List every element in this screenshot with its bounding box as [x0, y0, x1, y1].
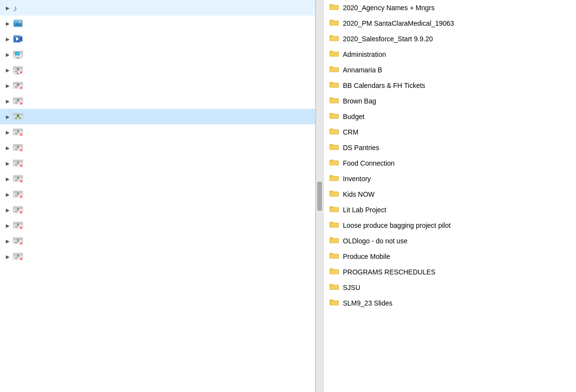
chevron-client-innovation-g: ▶	[4, 82, 12, 89]
svg-rect-11	[17, 57, 19, 58]
svg-point-121	[16, 242, 17, 243]
left-panel: ▶ ♪ ▶ ▶	[0, 0, 316, 392]
svg-marker-6	[20, 36, 22, 42]
svg-point-85	[16, 180, 17, 181]
folder-icon-ds-pantries	[329, 142, 339, 153]
folder-item-inventory[interactable]: Inventory	[325, 171, 576, 187]
svg-text:♪: ♪	[13, 4, 17, 13]
folder-item-brown-bag[interactable]: Brown Bag	[325, 93, 576, 109]
svg-point-112	[16, 226, 17, 228]
folder-item-old-logo[interactable]: OLDlogo - do not use	[325, 233, 576, 249]
folder-icon-salesforce-start	[329, 34, 339, 45]
folder-list: 2020_Agency Names + Mngrs 2020_PM SantaC…	[325, 0, 576, 311]
nutrition-drive-icon: ✕	[13, 142, 23, 153]
tree-item-communications-q[interactable]: ▶ ✕	[0, 171, 315, 187]
chevron-technology-t: ▶	[4, 222, 12, 229]
folder-item-ds-pantries[interactable]: DS Pantries	[325, 140, 576, 155]
tree-item-family-harvest-j[interactable]: ▶	[0, 109, 315, 124]
folder-icon-budget	[329, 111, 339, 122]
folder-item-pm-santa-clara[interactable]: 2020_PM SantaClaraMedical_19063	[325, 16, 576, 31]
svg-point-4	[19, 21, 21, 23]
tree-item-pictures[interactable]: ▶	[0, 16, 315, 31]
svg-point-100	[17, 208, 19, 210]
folder-label-annamaria-b: Annamaria B	[343, 66, 382, 74]
folder-label-food-connection: Food Connection	[343, 159, 395, 167]
folder-item-kids-now[interactable]: Kids NOW	[325, 187, 576, 202]
svg-rect-16	[17, 54, 19, 55]
tree-item-warehouse-w[interactable]: ▶ ✕	[0, 249, 315, 264]
pictures-icon	[13, 18, 23, 29]
svg-point-52	[19, 118, 21, 119]
chevron-finance-f: ▶	[4, 66, 12, 74]
folder-item-lit-lab-project[interactable]: Lit Lab Project	[325, 202, 576, 218]
tree-item-volunteer-v[interactable]: ▶ ✕	[0, 233, 315, 249]
folder-item-food-connection[interactable]: Food Connection	[325, 155, 576, 171]
svg-point-82	[17, 177, 19, 179]
svg-point-42	[16, 102, 17, 103]
folder-item-slm9-23-slides[interactable]: SLM9_23 Slides	[325, 295, 576, 311]
folder-item-produce-mobile[interactable]: Produce Mobile	[325, 249, 576, 264]
folder-item-programs-reschedules[interactable]: PROGRAMS RESCHEDULES	[325, 264, 576, 280]
tree-item-development-m[interactable]: ▶ ✕	[0, 124, 315, 140]
administration-drive-icon: ✕	[13, 158, 23, 169]
folder-label-administration: Administration	[343, 51, 386, 58]
tree-item-nutrition-n[interactable]: ▶ ✕	[0, 140, 315, 155]
svg-point-118	[17, 239, 19, 241]
folder-icon-lit-lab-project	[329, 205, 339, 216]
chevron-videos: ▶	[4, 35, 12, 43]
folder-label-old-logo: OLDlogo - do not use	[343, 237, 407, 245]
svg-rect-12	[15, 58, 21, 59]
folder-label-bb-calendars: BB Calendars & FH Tickets	[343, 82, 425, 89]
svg-point-130	[16, 257, 17, 259]
communications-drive-icon: ✕	[13, 173, 23, 184]
inventory-drive-icon: ✕	[13, 96, 23, 106]
tree-item-videos[interactable]: ▶	[0, 31, 315, 47]
folder-label-lit-lab-project: Lit Lab Project	[343, 206, 387, 214]
chevron-warehouse-w: ▶	[4, 253, 12, 260]
folder-item-crm[interactable]: CRM	[325, 124, 576, 140]
chevron-services-s: ▶	[4, 206, 12, 214]
folder-item-agency-names[interactable]: 2020_Agency Names + Mngrs	[325, 0, 576, 16]
folder-item-loose-produce[interactable]: Loose produce bagging project pilot	[325, 218, 576, 233]
folder-icon-sjsu	[329, 282, 339, 293]
folder-label-pm-santa-clara: 2020_PM SantaClaraMedical_19063	[343, 19, 454, 27]
services-drive-icon: ✕	[13, 205, 23, 215]
folder-item-sjsu[interactable]: SJSU	[325, 280, 576, 295]
chevron-windows-c: ▶	[4, 51, 12, 58]
tree-item-windows-c[interactable]: ▶	[0, 47, 315, 62]
folder-item-annamaria-b[interactable]: Annamaria B	[325, 62, 576, 78]
tree-item-inventory-i[interactable]: ▶ ✕	[0, 93, 315, 109]
tree-item-food-connection-r[interactable]: ▶ ✕	[0, 187, 315, 202]
folder-label-produce-mobile: Produce Mobile	[343, 253, 390, 260]
svg-point-51	[16, 118, 17, 119]
tree-item-technology-t[interactable]: ▶ ✕	[0, 218, 315, 233]
tree-item-music[interactable]: ▶ ♪	[0, 0, 315, 16]
folder-label-brown-bag: Brown Bag	[343, 97, 376, 105]
scrollbar-thumb[interactable]	[317, 182, 322, 211]
family-harvest-drive-icon	[13, 111, 23, 122]
tree-item-services-s[interactable]: ▶ ✕	[0, 202, 315, 218]
folder-item-salesforce-start[interactable]: 2020_Salesforce_Start 9.9.20	[325, 31, 576, 47]
tree-item-client-innovation-g[interactable]: ▶ ✕	[0, 78, 315, 93]
folder-item-bb-calendars[interactable]: BB Calendars & FH Tickets	[325, 78, 576, 93]
tree-item-administration-o[interactable]: ▶ ✕	[0, 155, 315, 171]
folder-label-agency-names: 2020_Agency Names + Mngrs	[343, 4, 435, 12]
folder-label-slm9-23-slides: SLM9_23 Slides	[343, 299, 392, 307]
svg-text:✕: ✕	[19, 195, 23, 199]
tree-item-finance-f[interactable]: ▶ ✕	[0, 62, 315, 78]
svg-point-48	[17, 115, 19, 117]
svg-point-91	[17, 192, 19, 194]
chevron-nutrition-n: ▶	[4, 144, 12, 152]
folder-label-inventory: Inventory	[343, 175, 371, 183]
music-icon: ♪	[13, 2, 23, 13]
svg-text:✕: ✕	[19, 226, 23, 230]
svg-point-55	[17, 130, 19, 132]
folder-icon-inventory	[329, 173, 339, 185]
folder-icon-bb-calendars	[329, 80, 339, 91]
svg-point-103	[16, 211, 17, 212]
svg-text:✕: ✕	[19, 102, 23, 106]
folder-icon-brown-bag	[329, 96, 339, 107]
folder-item-budget[interactable]: Budget	[325, 109, 576, 124]
folder-item-administration[interactable]: Administration	[325, 47, 576, 62]
svg-rect-13	[15, 52, 17, 53]
